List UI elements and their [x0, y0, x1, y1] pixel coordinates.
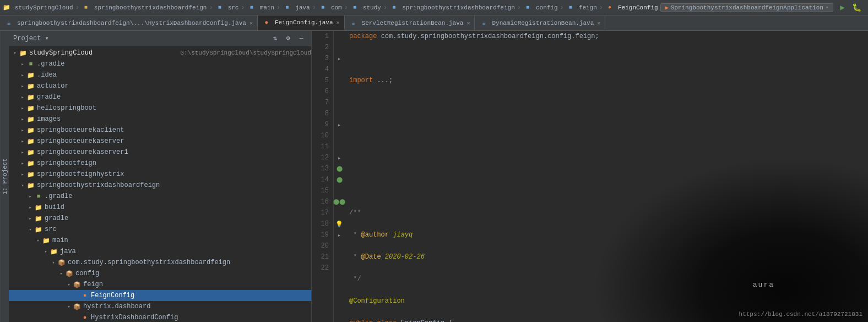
debug-button[interactable]: 🐛: [851, 2, 862, 13]
tab-label-4: DynamicRegistrationBean.java: [492, 20, 594, 26]
bean-icon-16a[interactable]: ⬤: [333, 198, 339, 205]
tree-item-feign-config[interactable]: ● FeignConfig: [9, 290, 311, 301]
tab-close-4[interactable]: ✕: [597, 20, 600, 26]
fold-arrow-9[interactable]: ▸: [338, 121, 341, 128]
tree-item-eurekaclient[interactable]: 📁 springbooteurekaclient: [9, 125, 311, 136]
tab-java-icon-3: ☕: [349, 19, 358, 28]
fold-arrow-3[interactable]: ▸: [338, 55, 341, 62]
tree-item-hello[interactable]: 📁 hellospringboot: [9, 103, 311, 114]
bean-icon-13[interactable]: ⬤: [337, 165, 343, 172]
project-panel-header: Project ▾ ⇅ ⚙ —: [9, 31, 311, 46]
tab-feign-config[interactable]: ● FeignConfig.java ✕: [258, 15, 345, 30]
gutter-2: [334, 42, 345, 53]
tab-close-1[interactable]: ✕: [249, 20, 253, 26]
breadcrumb-module[interactable]: springboothystrixdashboardfeign: [94, 4, 207, 11]
gutter-14: ⬤: [334, 174, 345, 185]
gutter-13: ⬤: [334, 163, 345, 174]
fold-arrow-19[interactable]: ▸: [338, 232, 341, 239]
tree-item-build[interactable]: 📁 build: [9, 202, 311, 213]
project-panel: Project ▾ ⇅ ⚙ — 📁 studySpringCloud G:\st…: [9, 31, 312, 322]
tree-item-main-module[interactable]: 📁 springboothystrixdashboardfeign: [9, 180, 311, 191]
code-line-14: public class FeignConfig {: [349, 318, 864, 322]
code-content[interactable]: package com.study.springboothystrixdashb…: [345, 31, 868, 322]
root-label: studySpringCloud: [29, 49, 177, 57]
breadcrumb-study[interactable]: study: [363, 4, 381, 11]
breadcrumb-config[interactable]: config: [536, 4, 558, 11]
breadcrumb-feign[interactable]: feign: [579, 4, 597, 11]
breadcrumb-class[interactable]: FeignConfig: [618, 4, 658, 11]
tree-item-main[interactable]: 📁 main: [9, 235, 311, 246]
tree-item-src[interactable]: 📁 src: [9, 224, 311, 235]
build-arrow: [26, 203, 34, 211]
run-config-selector[interactable]: ▶ SpringboothystrixdashboardfeignApplica…: [660, 3, 834, 12]
run-button[interactable]: ▶: [837, 2, 848, 13]
tab-servlet-registration[interactable]: ☕ ServletRegistrationBean.java ✕: [345, 15, 475, 30]
tree-item-config[interactable]: 📦 config: [9, 268, 311, 279]
fold-arrow-12[interactable]: ▸: [338, 154, 341, 162]
settings-icon[interactable]: ⚙: [283, 33, 294, 44]
breadcrumb-pkg[interactable]: springboothystrixdashboardfeign: [402, 4, 515, 11]
breadcrumb-project[interactable]: studySpringCloud: [15, 4, 73, 11]
eurekaserver1-arrow: [19, 148, 26, 156]
tree-item-feignhystrix[interactable]: 📁 springbootfeignhystrix: [9, 169, 311, 180]
tree-item-gradle2[interactable]: 📁 gradle: [9, 92, 311, 103]
breadcrumb-feign-icon: ■: [566, 3, 575, 12]
tree-item-nested-gradle[interactable]: ■ .gradle: [9, 191, 311, 202]
tree-item-gradle1[interactable]: ■ .gradle: [9, 58, 311, 69]
root-folder-icon: 📁: [19, 49, 28, 57]
gutter-8: [334, 108, 345, 119]
gutter-16: ⬤⬤: [334, 196, 345, 207]
src-label: src: [45, 226, 311, 233]
tab-close-2[interactable]: ✕: [337, 19, 340, 26]
collapse-all-icon[interactable]: ⇅: [269, 33, 280, 44]
gutter-5: [334, 75, 345, 86]
tree-item-package[interactable]: 📦 com.study.springboothystrixdashboardfe…: [9, 257, 311, 268]
gutter-7: [334, 97, 345, 108]
tree-item-java-folder[interactable]: 📁 java: [9, 246, 311, 257]
tree-item-eurekaserver1[interactable]: 📁 springbooteurekaserver1: [9, 147, 311, 158]
tree-item-idea[interactable]: 📁 .idea: [9, 69, 311, 80]
eurekaserver-icon: 📁: [26, 137, 35, 146]
tree-item-nested-gradle2[interactable]: 📁 gradle: [9, 213, 311, 224]
tree-item-actuator[interactable]: 📁 actuator: [9, 80, 311, 92]
actuator-icon: 📁: [26, 82, 35, 90]
breadcrumb-main[interactable]: main: [260, 4, 274, 11]
tab-close-3[interactable]: ✕: [466, 20, 470, 26]
breadcrumb-com-icon: ■: [318, 3, 327, 12]
gear-button[interactable]: ⚙: [865, 2, 868, 13]
feign-config-arrow: [73, 292, 80, 299]
breadcrumb-java[interactable]: java: [295, 4, 310, 11]
feignhystrix-label: springbootfeignhystrix: [37, 170, 311, 178]
config-label: config: [75, 270, 311, 277]
tab-hystrix-dashboard-config[interactable]: ☕ springboothystrixdashboardfeign\...\Hy…: [0, 15, 258, 30]
tab-java-icon-4: ☕: [479, 19, 488, 28]
build-label: build: [45, 203, 311, 211]
hystrix-pkg-arrow: [65, 303, 73, 310]
breadcrumb-com[interactable]: com: [331, 4, 342, 11]
tree-item-feign-pkg[interactable]: 📦 feign: [9, 279, 311, 290]
tab-dynamic-registration[interactable]: ☕ DynamicRegistrationBean.java ✕: [475, 15, 605, 30]
tree-item-springbootfeign[interactable]: 📁 springbootfeign: [9, 158, 311, 169]
breadcrumb-pkg-icon: ■: [389, 3, 398, 12]
breadcrumb-src[interactable]: src: [228, 4, 239, 11]
tree-root[interactable]: 📁 studySpringCloud G:\studySpringCloud\s…: [9, 47, 311, 58]
project-side-label[interactable]: 1: Project: [0, 31, 9, 322]
code-area[interactable]: 1 2 3 4 5 6 7 8 9 10 11 12 13 14 15 16 1…: [312, 31, 868, 322]
tree-item-hystrix-config[interactable]: ● HystrixDashboardConfig: [9, 312, 311, 322]
breadcrumb-folder-icon1: ■: [82, 3, 90, 12]
gutter-15: [334, 185, 345, 196]
tree-item-eurekaserver[interactable]: 📁 springbooteurekaserver: [9, 136, 311, 147]
nested-gradle2-label: gradle: [45, 214, 311, 222]
tree-item-hystrix-pkg[interactable]: 📦 hystrix.dashboard: [9, 301, 311, 312]
run-config-icon: ▶: [665, 4, 669, 11]
bulb-icon-18[interactable]: 💡: [335, 221, 343, 228]
hide-panel-icon[interactable]: —: [296, 33, 307, 44]
project-panel-title: Project ▾: [13, 34, 266, 42]
breadcrumb-java-icon: ■: [283, 3, 291, 12]
gutter-17: [334, 207, 345, 218]
nested-gradle-arrow: [26, 192, 34, 200]
src-arrow: [26, 226, 34, 233]
tree-item-images[interactable]: 📁 images: [9, 114, 311, 125]
eurekaclient-icon: 📁: [26, 126, 35, 135]
bean-icon-14[interactable]: ⬤: [337, 176, 343, 183]
